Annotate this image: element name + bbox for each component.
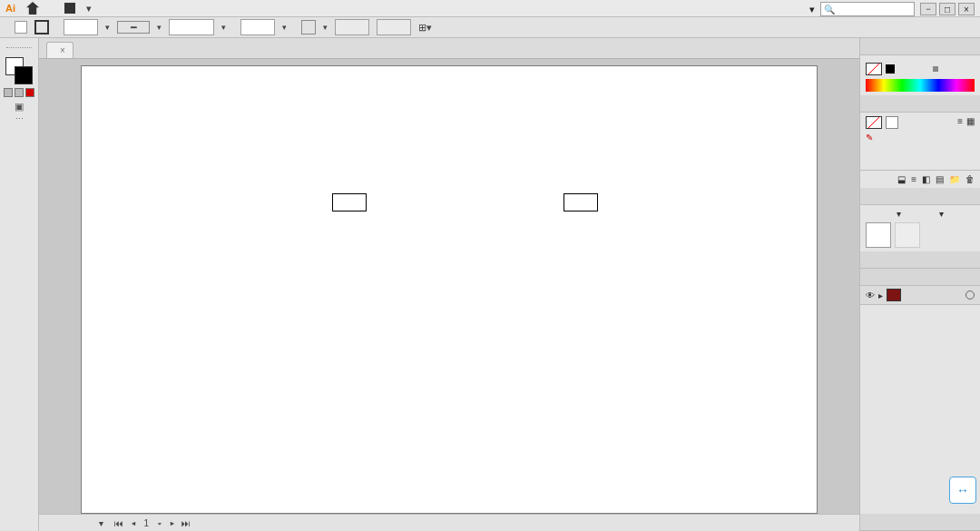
- stroke-panel-tabs[interactable]: [860, 188, 980, 205]
- layer-thumb: [887, 289, 901, 301]
- teamviewer-icon: ↔: [956, 483, 969, 497]
- floating-widget[interactable]: ↔: [949, 477, 976, 504]
- chevron-down-icon[interactable]: ▾: [99, 518, 103, 528]
- screen-mode-icon[interactable]: ▣: [15, 101, 24, 113]
- prefs-button[interactable]: [377, 19, 411, 35]
- transparency-panel: ▾ ▾: [860, 205, 980, 251]
- transform-icon[interactable]: ◧: [922, 174, 930, 184]
- mask-thumb2[interactable]: [895, 222, 920, 248]
- illustrator-app: Ai ▾ ▾ 🔍 － □ × ▾ ━▾ ▾ ▾ ▾: [0, 0, 980, 531]
- align-icon[interactable]: ≡: [911, 174, 916, 184]
- draw-modes[interactable]: [4, 88, 34, 97]
- list-view-icon[interactable]: ≡: [957, 116, 963, 129]
- menu-bar: Ai ▾ ▾ 🔍 － □ ×: [0, 0, 980, 17]
- stroke-weight-input[interactable]: [64, 19, 98, 35]
- swatches-panel-tabs[interactable]: [860, 95, 980, 113]
- right-panels: ≡ ▦ ✎ ⬓ ≡ ◧ ▤ 📁 🗑 ▾ ▾: [859, 38, 980, 531]
- none-swatch-icon[interactable]: [866, 116, 882, 129]
- color-panel: [860, 55, 980, 95]
- appearance-tabs[interactable]: [860, 251, 980, 269]
- fill-swatch-icon[interactable]: [15, 21, 27, 34]
- search-stock-input[interactable]: 🔍: [820, 2, 915, 16]
- none-swatch-icon[interactable]: [866, 63, 882, 75]
- fill-stroke-swatches[interactable]: [5, 57, 33, 84]
- white-swatch[interactable]: [886, 116, 898, 129]
- doc-setup-button[interactable]: [335, 19, 369, 35]
- pyramid-chart: [281, 217, 762, 507]
- trash-icon[interactable]: 🗑: [965, 174, 975, 184]
- stroke-color-icon[interactable]: [15, 66, 33, 84]
- target-icon[interactable]: [965, 290, 975, 300]
- pathfinder-icon[interactable]: ⬓: [897, 174, 906, 184]
- layers-panel-tabs[interactable]: [860, 269, 980, 286]
- file-tab-bar: ×: [39, 38, 859, 59]
- menu-square-icon[interactable]: [64, 3, 75, 14]
- grid-view-icon[interactable]: ▦: [966, 116, 975, 129]
- search-icon: 🔍: [824, 5, 835, 15]
- folder-icon[interactable]: 📁: [949, 174, 960, 184]
- layer-row[interactable]: 👁 ▸: [860, 286, 980, 305]
- color-out-of-gamut-icon: [933, 66, 938, 72]
- swatches-panel: ≡ ▦ ✎: [860, 113, 980, 146]
- home-icon[interactable]: [26, 2, 39, 15]
- brush-def[interactable]: [169, 19, 214, 35]
- legend-female-box: [564, 193, 598, 211]
- icon-strip: ⬓ ≡ ◧ ▤ 📁 🗑: [860, 170, 980, 188]
- app-logo-icon: Ai: [5, 3, 15, 14]
- window-controls: － □ ×: [920, 3, 975, 15]
- black-swatch-icon[interactable]: [886, 64, 895, 74]
- close-button[interactable]: ×: [958, 3, 975, 15]
- style-swatch[interactable]: [301, 20, 316, 34]
- panel-menu-icon[interactable]: ⋯: [15, 114, 24, 123]
- canvas-scroll[interactable]: [39, 59, 859, 514]
- panel-grip[interactable]: [6, 42, 32, 48]
- legend-male-box: [332, 193, 367, 211]
- opacity-input[interactable]: [240, 19, 275, 35]
- legend-female: [564, 193, 603, 211]
- file-tab[interactable]: ×: [46, 42, 74, 58]
- menu-chevron-icon[interactable]: ▾: [86, 3, 92, 15]
- main-row: ▣ ⋯ ×: [0, 38, 980, 531]
- properties-tabs[interactable]: [860, 514, 980, 531]
- color-panel-tabs[interactable]: [860, 38, 980, 55]
- stroke-swatch-icon[interactable]: [34, 20, 49, 34]
- brush-profile[interactable]: ━: [117, 21, 150, 34]
- spectrum-picker[interactable]: [866, 79, 975, 92]
- chevron-down-icon[interactable]: ▾: [809, 4, 815, 15]
- expand-icon[interactable]: ▸: [878, 290, 883, 300]
- layers-icon[interactable]: ▤: [936, 174, 944, 184]
- align-icon[interactable]: ⊞▾: [418, 22, 432, 34]
- close-tab-icon[interactable]: ×: [60, 45, 65, 55]
- mask-thumb[interactable]: [866, 222, 891, 248]
- status-bar: ▾ ⏮ ◀ 1 ▾ ▶ ⏭: [39, 514, 859, 531]
- minimize-button[interactable]: －: [920, 3, 936, 15]
- document-area: ×: [39, 38, 859, 531]
- brush-item-icon[interactable]: ✎: [866, 133, 975, 143]
- artboard[interactable]: [82, 66, 817, 513]
- visibility-icon[interactable]: 👁: [866, 290, 875, 300]
- titlebar-right: ▾ 🔍 － □ ×: [804, 2, 975, 16]
- artboard-nav[interactable]: ⏮ ◀ 1 ▾ ▶ ⏭: [114, 518, 193, 528]
- tools-panel: ▣ ⋯: [0, 38, 39, 531]
- control-bar: ▾ ━▾ ▾ ▾ ▾ ⊞▾: [0, 17, 980, 38]
- legend-male: [332, 193, 372, 211]
- maximize-button[interactable]: □: [939, 3, 956, 15]
